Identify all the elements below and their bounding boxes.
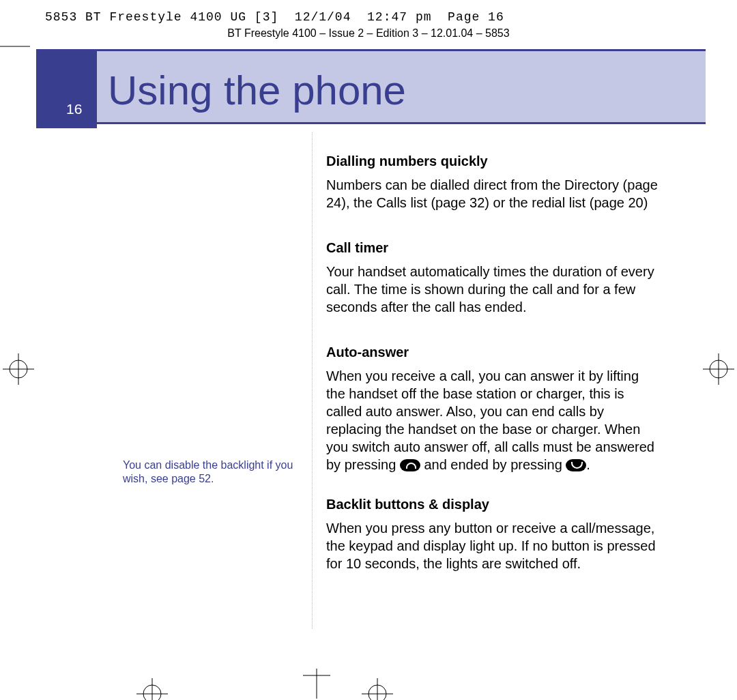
heading-backlit: Backlit buttons & display: [326, 497, 661, 512]
talk-button-icon: [400, 459, 420, 471]
svg-point-1: [10, 360, 27, 378]
column-guide: [312, 132, 313, 628]
para-call-timer: Your handset automatically times the dur…: [326, 263, 661, 316]
auto-answer-text-post: .: [586, 457, 590, 472]
body-column: Dialling numbers quickly Numbers can be …: [326, 154, 661, 572]
heading-auto-answer: Auto-answer: [326, 345, 661, 360]
registration-mark-bottom-2: [362, 678, 393, 700]
crop-mark-bottom-center: [303, 669, 330, 700]
heading-call-timer: Call timer: [326, 240, 661, 256]
auto-answer-text-mid: and ended by pressing: [420, 457, 566, 472]
document-id-line: BT Freestyle 4100 – Issue 2 – Edition 3 …: [0, 27, 737, 40]
registration-mark-bottom-1: [136, 678, 168, 700]
registration-mark-left: [3, 353, 34, 385]
section-title: Using the phone: [108, 67, 406, 114]
svg-point-12: [369, 685, 386, 700]
end-call-button-icon: [566, 459, 586, 471]
prepress-slug: 5853 BT Freestyle 4100 UG [3] 12/1/04 12…: [45, 10, 504, 24]
svg-point-4: [710, 360, 727, 378]
para-dialling: Numbers can be dialled direct from the D…: [326, 176, 661, 212]
page-number: 16: [66, 101, 82, 117]
page: 5853 BT Freestyle 4100 UG [3] 12/1/04 12…: [0, 0, 737, 700]
heading-dialling: Dialling numbers quickly: [326, 154, 661, 169]
para-backlit: When you press any button or receive a c…: [326, 519, 661, 572]
para-auto-answer: When you receive a call, you can answer …: [326, 367, 661, 473]
registration-mark-right: [703, 353, 734, 385]
margin-note: You can disable the backlight if you wis…: [123, 458, 300, 486]
svg-point-7: [143, 685, 161, 700]
